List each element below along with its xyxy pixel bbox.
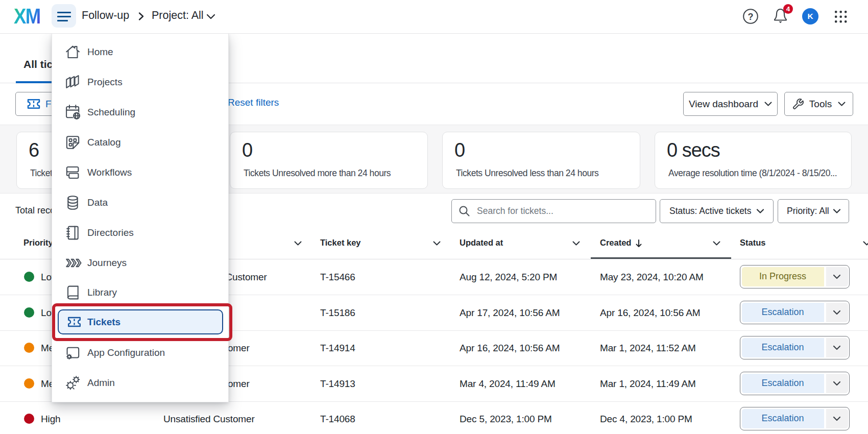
svg-text:?: ?: [748, 12, 754, 22]
